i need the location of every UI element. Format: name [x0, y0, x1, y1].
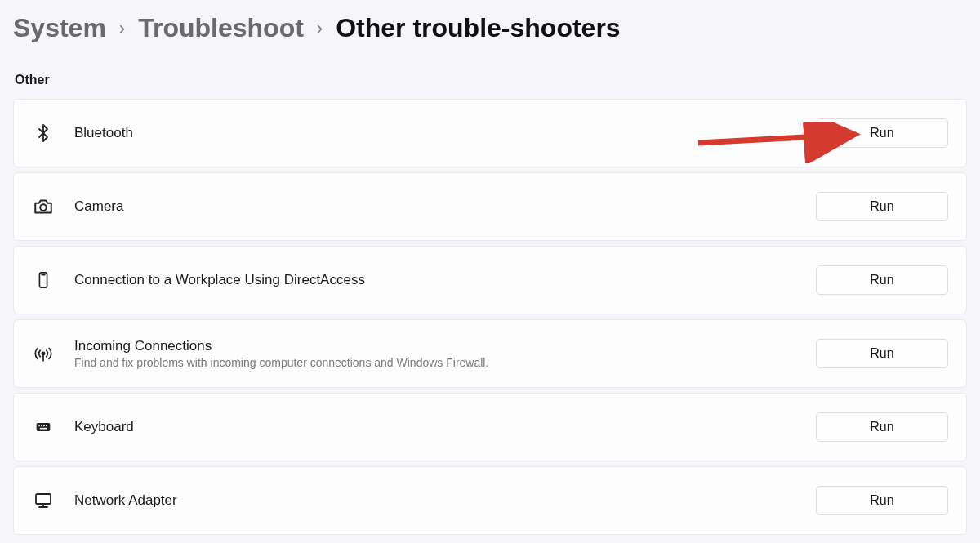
run-button-bluetooth[interactable]: Run: [816, 118, 948, 148]
svg-rect-9: [46, 425, 47, 427]
svg-rect-5: [37, 423, 51, 431]
troubleshooter-text: Connection to a Workplace Using DirectAc…: [74, 272, 796, 288]
run-button-incoming[interactable]: Run: [816, 339, 948, 368]
run-button-directaccess[interactable]: Run: [816, 265, 948, 295]
svg-rect-11: [36, 494, 51, 504]
section-label-other: Other: [15, 73, 967, 87]
troubleshooter-title: Network Adapter: [74, 492, 796, 509]
troubleshooter-desc: Find and fix problems with incoming comp…: [74, 356, 796, 369]
phone-icon: [32, 269, 55, 292]
troubleshooter-incoming: Incoming Connections Find and fix proble…: [13, 319, 967, 388]
run-button-keyboard[interactable]: Run: [816, 412, 948, 442]
troubleshooter-directaccess: Connection to a Workplace Using DirectAc…: [13, 246, 967, 314]
svg-point-0: [40, 204, 47, 211]
troubleshooter-title: Incoming Connections: [74, 338, 796, 354]
troubleshooter-network: Network Adapter Run: [13, 466, 967, 535]
troubleshooter-keyboard: Keyboard Run: [13, 393, 967, 461]
svg-rect-7: [41, 425, 42, 427]
breadcrumb-system[interactable]: System: [13, 13, 106, 43]
chevron-right-icon: ›: [119, 18, 125, 39]
antenna-icon: [32, 342, 55, 365]
troubleshooter-text: Bluetooth: [74, 125, 796, 141]
breadcrumb: System › Troubleshoot › Other trouble-sh…: [13, 13, 967, 43]
troubleshooter-text: Incoming Connections Find and fix proble…: [74, 338, 796, 369]
chevron-right-icon: ›: [317, 18, 323, 39]
keyboard-icon: [32, 416, 55, 438]
svg-rect-6: [38, 425, 40, 427]
svg-rect-10: [40, 428, 47, 430]
run-button-camera[interactable]: Run: [816, 192, 948, 221]
troubleshooter-text: Keyboard: [74, 419, 796, 435]
troubleshooter-title: Connection to a Workplace Using DirectAc…: [74, 272, 796, 288]
camera-icon: [32, 195, 55, 218]
troubleshooter-title: Bluetooth: [74, 125, 796, 141]
troubleshooter-bluetooth: Bluetooth Run: [13, 99, 967, 167]
troubleshooter-title: Keyboard: [74, 419, 796, 435]
troubleshooter-title: Camera: [74, 198, 796, 215]
breadcrumb-troubleshoot[interactable]: Troubleshoot: [138, 13, 304, 43]
breadcrumb-current: Other trouble-shooters: [336, 13, 620, 43]
run-button-network[interactable]: Run: [816, 486, 948, 515]
monitor-icon: [32, 489, 55, 512]
troubleshooter-list: Bluetooth Run Camera Run Connection to a…: [13, 99, 967, 535]
troubleshooter-camera: Camera Run: [13, 172, 967, 241]
troubleshooter-text: Network Adapter: [74, 492, 796, 509]
troubleshooter-text: Camera: [74, 198, 796, 215]
svg-rect-8: [43, 425, 45, 427]
bluetooth-icon: [32, 122, 55, 145]
